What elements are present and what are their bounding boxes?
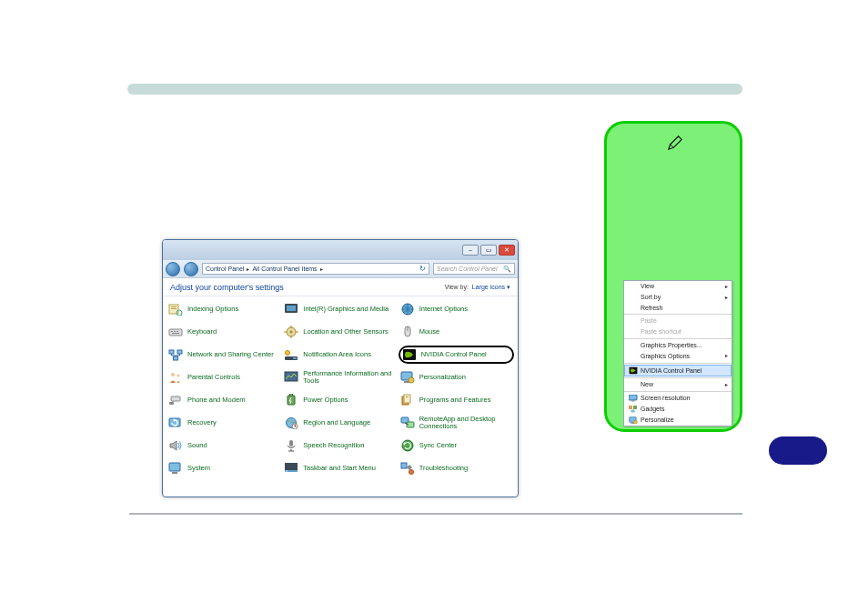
svg-rect-28	[174, 356, 178, 360]
cp-item-parental[interactable]: Parental Controls	[167, 368, 282, 386]
minimize-button[interactable]: –	[462, 245, 479, 256]
svg-rect-10	[171, 306, 177, 307]
cp-item-label: Notification Area Icons	[303, 351, 371, 358]
cp-item-keyboard[interactable]: Keyboard	[167, 323, 282, 341]
breadcrumb-child[interactable]: All Control Panel Items	[252, 266, 317, 272]
cp-item-system[interactable]: System	[167, 459, 282, 477]
cp-item-remote[interactable]: RemoteApp and Desktop Connections	[399, 414, 514, 432]
ctx-item-personalize[interactable]: Personalize	[624, 415, 732, 426]
ctx-item-label: New	[641, 380, 653, 389]
svg-rect-3	[629, 406, 632, 409]
blank-icon	[629, 283, 638, 290]
cp-item-label: Keyboard	[187, 328, 217, 336]
ctx-item-view[interactable]: View▸	[624, 281, 732, 292]
cp-item-label: Programs and Features	[419, 396, 491, 404]
search-input[interactable]: Search Control Panel 🔍	[433, 263, 515, 275]
ctx-item-label: View	[641, 282, 654, 291]
mouse-icon	[400, 326, 415, 338]
cp-item-perf[interactable]: Performance Information and Tools	[282, 368, 398, 386]
cp-item-network[interactable]: Network and Sharing Center	[167, 346, 282, 364]
ctx-item-nvidia-control-panel[interactable]: NVIDIA Control Panel	[624, 365, 732, 377]
svg-rect-2	[631, 401, 634, 402]
cp-item-label: Taskbar and Start Menu	[303, 465, 376, 472]
address-bar[interactable]: Control Panel ▸ All Control Panel Items …	[202, 263, 429, 275]
svg-rect-64	[401, 463, 407, 468]
region-icon	[284, 416, 298, 429]
cp-item-globe[interactable]: Internet Options	[399, 300, 514, 318]
network-icon	[168, 348, 183, 361]
menu-separator	[624, 314, 732, 315]
cp-item-label: Sync Center	[419, 442, 457, 449]
system-icon	[168, 462, 183, 475]
cp-item-label: Parental Controls	[187, 374, 240, 381]
blank-icon	[629, 342, 638, 349]
ctx-item-screen-resolution[interactable]: Screen resolution	[624, 393, 732, 404]
close-button[interactable]: ✕	[499, 245, 515, 256]
svg-point-57	[402, 440, 413, 451]
cp-item-programs[interactable]: Programs and Features	[399, 391, 514, 409]
svg-point-33	[171, 373, 175, 376]
ctx-item-refresh[interactable]: Refresh	[624, 303, 732, 314]
cp-item-mouse[interactable]: Mouse	[399, 323, 514, 341]
cp-item-notify[interactable]: Notification Area Icons	[282, 346, 398, 364]
sidebar-note: View▸Sort by▸RefreshPastePaste shortcutG…	[604, 121, 742, 432]
viewby-value[interactable]: Large icons ▾	[472, 284, 510, 290]
cp-item-recovery[interactable]: Recovery	[167, 414, 282, 432]
cp-item-label: Phone and Modem	[187, 396, 245, 404]
sync-icon	[400, 439, 415, 452]
cp-item-personalize[interactable]: Personalization	[399, 368, 514, 386]
cp-item-sync[interactable]: Sync Center	[399, 436, 514, 455]
refresh-icon[interactable]: ↻	[419, 265, 426, 273]
cp-item-power[interactable]: Power Options	[282, 391, 398, 409]
ctx-item-label: NVIDIA Control Panel	[641, 366, 701, 376]
menu-separator	[624, 363, 732, 364]
separator	[129, 513, 742, 515]
cp-item-speech[interactable]: Speech Recognition	[282, 436, 398, 455]
gadget-icon	[629, 406, 638, 413]
back-button[interactable]	[166, 262, 180, 276]
cp-item-region[interactable]: Region and Language	[282, 414, 398, 432]
svg-point-38	[409, 377, 414, 383]
cp-item-sound[interactable]: Sound	[167, 436, 282, 455]
ctx-item-graphics-options[interactable]: Graphics Options▸	[624, 351, 732, 362]
cp-item-label: Network and Sharing Center	[187, 351, 274, 358]
maximize-button[interactable]: ▭	[480, 245, 497, 256]
cp-item-index[interactable]: Indexing Options	[167, 300, 282, 318]
svg-rect-17	[169, 329, 182, 336]
cp-item-trouble[interactable]: Troubleshooting	[399, 459, 514, 477]
forward-button[interactable]	[184, 262, 198, 276]
titlebar: – ▭ ✕	[163, 240, 518, 260]
ctx-item-gadgets[interactable]: Gadgets	[624, 404, 732, 415]
ctx-item-new[interactable]: New▸	[624, 379, 732, 390]
cp-item-location[interactable]: Location and Other Sensors	[282, 323, 398, 341]
breadcrumb-root[interactable]: Control Panel	[206, 266, 244, 272]
svg-rect-5	[631, 409, 635, 412]
ctx-item-label: Screen resolution	[641, 394, 690, 403]
trouble-icon	[400, 462, 415, 475]
svg-rect-42	[289, 394, 291, 396]
cp-item-nvidia[interactable]: NVIDIA Control Panel	[399, 346, 514, 364]
accent-bar	[127, 84, 742, 95]
ctx-item-label: Graphics Options	[641, 352, 690, 361]
remote-icon	[400, 416, 415, 429]
location-icon	[284, 326, 298, 338]
ctx-item-sort-by[interactable]: Sort by▸	[624, 292, 732, 303]
perf-icon	[284, 371, 298, 384]
svg-rect-30	[293, 357, 297, 359]
settings-header-title: Adjust your computer's settings	[170, 283, 284, 292]
cp-item-intel[interactable]: Intel(R) Graphics and Media	[282, 300, 398, 318]
svg-rect-27	[177, 350, 182, 354]
svg-point-34	[177, 375, 180, 377]
cp-item-taskbar[interactable]: Taskbar and Start Menu	[282, 459, 398, 477]
notify-icon	[284, 348, 298, 361]
cp-item-phone[interactable]: Phone and Modem	[167, 391, 282, 409]
svg-rect-43	[292, 394, 294, 396]
cp-item-label: System	[187, 465, 210, 472]
ctx-item-graphics-properties-[interactable]: Graphics Properties...	[624, 340, 732, 351]
pen-icon	[667, 135, 685, 153]
svg-rect-35	[285, 372, 298, 381]
globe-icon	[400, 303, 415, 316]
cp-item-label: Location and Other Sensors	[303, 328, 388, 336]
nvidia-icon	[629, 366, 638, 374]
control-panel-window: – ▭ ✕ Control Panel ▸ All Control Panel …	[162, 239, 519, 497]
